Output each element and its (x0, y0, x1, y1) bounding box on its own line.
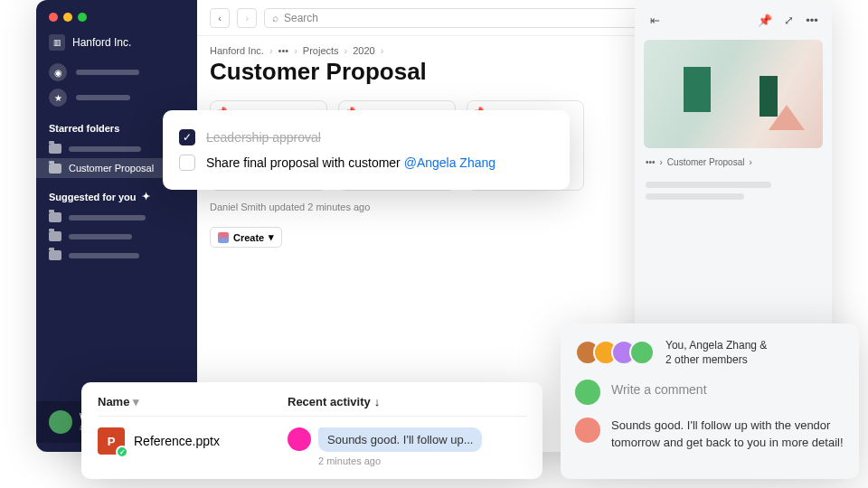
column-name[interactable]: Name▾ (98, 395, 288, 408)
chevron-right-icon: › (269, 45, 273, 56)
avatar (288, 427, 311, 451)
checklist-item[interactable]: ✓ Leadership approval (179, 125, 553, 150)
folder-icon (49, 212, 61, 222)
activity-bubble: Sounds good. I'll follow up... (318, 427, 482, 452)
search-icon: ⌕ (272, 12, 278, 24)
close-icon[interactable] (49, 13, 58, 22)
column-activity[interactable]: Recent activity↓ (288, 395, 380, 408)
preview-thumbnail (644, 40, 823, 148)
building-icon: ▥ (49, 34, 65, 51)
checklist-label: Leadership approval (206, 130, 321, 145)
folder-item[interactable] (36, 227, 197, 246)
create-label: Create (233, 232, 264, 243)
person-icon: ◉ (49, 63, 67, 81)
crumb-overflow[interactable]: ••• (278, 45, 289, 56)
panel-breadcrumb: ••• › Customer Proposal › (644, 148, 823, 176)
checklist-label: Share final proposal with customer @Ange… (206, 155, 495, 170)
comments-panel: You, Angela Zhang & 2 other members Writ… (561, 324, 859, 479)
chevron-down-icon: ▾ (269, 231, 274, 243)
avatar (575, 380, 600, 405)
folder-icon (49, 144, 61, 154)
powerpoint-icon: P✓ (98, 427, 125, 455)
folder-label: Customer Proposal (69, 163, 154, 174)
window-controls (36, 9, 197, 33)
more-button[interactable]: ••• (801, 9, 823, 31)
sparkle-icon: ✦ (142, 191, 150, 202)
chevron-right-icon: › (660, 157, 663, 167)
avatar-stack (575, 340, 655, 365)
expand-button[interactable]: ⤢ (778, 9, 799, 31)
file-name: Reference.pptx (134, 434, 220, 448)
create-icon (218, 232, 229, 243)
panel-toolbar: ⇤ 📌 ⤢ ••• (644, 9, 823, 31)
crumb-overflow[interactable]: ••• (646, 157, 656, 167)
back-button[interactable]: ‹ (210, 8, 230, 28)
search-placeholder: Search (284, 12, 318, 24)
pin-button[interactable]: 📌 (754, 9, 776, 31)
maximize-icon[interactable] (78, 13, 87, 22)
comment-body: Sounds good. I'll follow up with the ven… (611, 418, 844, 452)
members-summary[interactable]: You, Angela Zhang & 2 other members (575, 338, 844, 367)
forward-button[interactable]: › (237, 8, 257, 28)
collapse-panel-button[interactable]: ⇤ (644, 9, 665, 31)
folder-icon (49, 231, 61, 241)
checklist-item[interactable]: Share final proposal with customer @Ange… (179, 150, 553, 175)
sidebar-item-starred[interactable]: ★ (36, 85, 197, 110)
org-name: Hanford Inc. (72, 36, 131, 49)
checklist-popover: ✓ Leadership approval Share final propos… (163, 110, 570, 190)
crumb-root[interactable]: Hanford Inc. (210, 45, 264, 56)
checkbox-checked[interactable]: ✓ (179, 129, 195, 145)
avatar (629, 340, 655, 365)
chevron-right-icon: › (749, 157, 751, 167)
timestamp: 2 minutes ago (318, 455, 482, 466)
comment-input[interactable]: Write a comment (611, 380, 707, 405)
org-switcher[interactable]: ▥ Hanford Inc. (36, 33, 197, 60)
comment-input-row[interactable]: Write a comment (575, 380, 844, 405)
crumb-projects[interactable]: Projects (303, 45, 339, 56)
file-list-popup: Name▾ Recent activity↓ P✓ Reference.pptx… (81, 382, 542, 479)
folder-item[interactable] (36, 246, 197, 265)
synced-badge-icon: ✓ (116, 446, 128, 458)
chevron-right-icon: › (294, 45, 297, 56)
folder-icon (49, 164, 61, 174)
folder-icon (49, 250, 61, 260)
members-text: You, Angela Zhang & 2 other members (665, 338, 767, 367)
list-item[interactable]: P✓ Reference.pptx Sounds good. I'll foll… (98, 417, 526, 466)
list-header: Name▾ Recent activity↓ (98, 395, 526, 417)
chevron-down-icon: ▾ (133, 395, 139, 408)
avatar (575, 418, 600, 443)
star-icon: ★ (49, 89, 67, 107)
sidebar-item-people[interactable]: ◉ (36, 60, 197, 85)
checkbox-unchecked[interactable] (179, 155, 195, 171)
arrow-down-icon: ↓ (374, 395, 381, 408)
crumb-year[interactable]: 2020 (353, 45, 374, 56)
minimize-icon[interactable] (63, 13, 72, 22)
avatar (49, 410, 72, 434)
user-mention[interactable]: @Angela Zhang (404, 155, 495, 170)
create-button[interactable]: Create ▾ (210, 227, 282, 248)
folder-item[interactable] (36, 208, 197, 227)
chevron-right-icon: › (381, 45, 384, 56)
comment-item: Sounds good. I'll follow up with the ven… (575, 418, 844, 452)
panel-crumb-label[interactable]: Customer Proposal (667, 157, 745, 167)
chevron-right-icon: › (344, 45, 348, 56)
